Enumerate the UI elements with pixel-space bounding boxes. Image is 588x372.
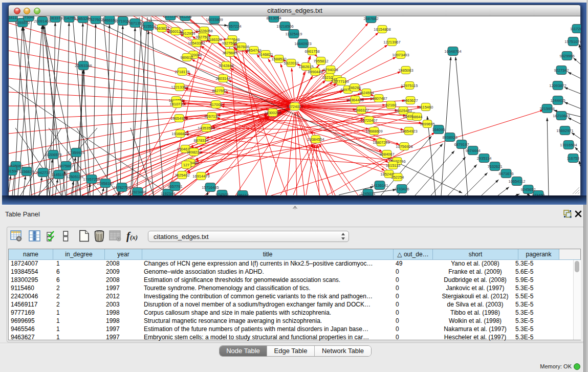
svg-text:7625402: 7625402 — [175, 173, 189, 178]
svg-text:19218506: 19218506 — [276, 24, 293, 29]
svg-text:12213369: 12213369 — [171, 85, 188, 90]
svg-text:19654925: 19654925 — [170, 116, 187, 121]
svg-text:8471676: 8471676 — [498, 171, 513, 176]
svg-text:8878334: 8878334 — [193, 138, 208, 143]
svg-text:1156829: 1156829 — [19, 169, 34, 174]
svg-text:15751074: 15751074 — [564, 39, 581, 44]
svg-text:9227342: 9227342 — [554, 68, 569, 73]
svg-text:10958107: 10958107 — [97, 181, 114, 186]
svg-text:116753: 116753 — [567, 156, 579, 161]
svg-text:11325419: 11325419 — [286, 32, 302, 36]
svg-text:23226058: 23226058 — [195, 29, 212, 33]
svg-text:974503: 974503 — [215, 192, 228, 196]
svg-text:19166829: 19166829 — [171, 132, 188, 136]
svg-text:7515524: 7515524 — [141, 24, 156, 29]
svg-text:18724007: 18724007 — [286, 104, 303, 109]
svg-text:7663822: 7663822 — [154, 26, 169, 31]
svg-text:10973493: 10973493 — [392, 53, 409, 57]
svg-text:841205: 841205 — [179, 16, 191, 19]
svg-text:8813054: 8813054 — [266, 16, 281, 20]
svg-text:7632621: 7632621 — [487, 164, 502, 169]
svg-text:16543382: 16543382 — [188, 41, 205, 46]
svg-text:1051233: 1051233 — [163, 16, 178, 18]
svg-text:973450: 973450 — [532, 193, 545, 196]
svg-text:9146821: 9146821 — [258, 52, 273, 57]
svg-text:164095: 164095 — [432, 127, 445, 132]
svg-text:834111: 834111 — [9, 16, 18, 20]
svg-text:746266: 746266 — [348, 85, 361, 90]
svg-text:8427552: 8427552 — [212, 89, 227, 93]
svg-text:8267130: 8267130 — [204, 114, 219, 119]
svg-text:20364436: 20364436 — [346, 98, 363, 102]
svg-text:3624554: 3624554 — [359, 91, 374, 95]
svg-text:18807249: 18807249 — [373, 140, 389, 145]
svg-text:9463627: 9463627 — [403, 98, 418, 103]
svg-text:391594: 391594 — [9, 169, 18, 173]
svg-text:1063379: 1063379 — [48, 16, 62, 20]
svg-text:5322037: 5322037 — [284, 61, 298, 65]
svg-text:9699695: 9699695 — [420, 122, 434, 126]
svg-text:18300295: 18300295 — [264, 111, 281, 115]
svg-text:1615112: 1615112 — [386, 163, 401, 168]
svg-text:8990448: 8990448 — [308, 70, 322, 74]
svg-text:16782759: 16782759 — [113, 185, 130, 190]
svg-text:7955812: 7955812 — [313, 59, 328, 63]
svg-text:16033809: 16033809 — [206, 17, 223, 22]
svg-text:989612: 989612 — [180, 55, 193, 60]
svg-text:273041: 273041 — [22, 16, 35, 19]
svg-text:19384554: 19384554 — [307, 137, 324, 142]
svg-text:7986322: 7986322 — [354, 108, 368, 113]
svg-text:127: 127 — [183, 163, 190, 167]
svg-text:16154808: 16154808 — [374, 27, 390, 32]
svg-text:2942737: 2942737 — [35, 170, 50, 175]
svg-text:8186328: 8186328 — [207, 37, 222, 42]
svg-text:16210643: 16210643 — [553, 114, 570, 118]
svg-text:2718176: 2718176 — [175, 70, 189, 74]
svg-text:13353594: 13353594 — [198, 126, 214, 130]
svg-text:1192344: 1192344 — [161, 191, 176, 196]
svg-text:1527602: 1527602 — [88, 17, 103, 22]
svg-text:1733426: 1733426 — [394, 187, 409, 191]
svg-text:1244415: 1244415 — [550, 98, 565, 103]
svg-text:15716485: 15716485 — [202, 185, 219, 190]
svg-text:8912954: 8912954 — [180, 31, 195, 36]
svg-text:16640923: 16640923 — [294, 41, 311, 46]
svg-text:12213967: 12213967 — [383, 40, 400, 45]
svg-text:836112: 836112 — [236, 193, 249, 196]
svg-text:62160: 62160 — [386, 103, 397, 107]
svg-text:15720407: 15720407 — [360, 118, 377, 123]
svg-text:10756928: 10756928 — [396, 144, 412, 149]
svg-text:6794028: 6794028 — [323, 68, 338, 72]
svg-text:1810733: 1810733 — [169, 102, 184, 106]
svg-text:9657791: 9657791 — [167, 184, 182, 189]
svg-text:10654112: 10654112 — [509, 179, 526, 184]
svg-text:2935114: 2935114 — [477, 156, 492, 161]
svg-text:9242848: 9242848 — [219, 63, 233, 68]
svg-text:9084067: 9084067 — [379, 152, 394, 157]
svg-text:17016504: 17016504 — [560, 143, 577, 147]
svg-text:7357224: 7357224 — [226, 24, 241, 29]
svg-text:2687682: 2687682 — [363, 16, 378, 21]
svg-text:10807487: 10807487 — [370, 96, 387, 101]
svg-text:98644: 98644 — [412, 115, 423, 119]
svg-text:252254: 252254 — [391, 175, 404, 180]
svg-text:9245652: 9245652 — [520, 187, 535, 192]
svg-text:10688609: 10688609 — [365, 129, 382, 134]
svg-text:2803144: 2803144 — [215, 76, 230, 81]
svg-text:1245031: 1245031 — [360, 191, 375, 196]
svg-text:9777169: 9777169 — [334, 79, 349, 84]
svg-text:3215958: 3215958 — [539, 106, 554, 111]
svg-text:14136141: 14136141 — [371, 183, 388, 188]
svg-text:12093872: 12093872 — [549, 83, 566, 88]
svg-text:3498222: 3498222 — [186, 150, 201, 155]
svg-text:15692971: 15692971 — [556, 128, 573, 133]
svg-text:19654923: 19654923 — [400, 129, 417, 134]
svg-text:314255: 314255 — [62, 16, 75, 20]
svg-text:12505135: 12505135 — [66, 174, 83, 179]
svg-text:20053346: 20053346 — [75, 63, 92, 68]
svg-text:9975867: 9975867 — [58, 164, 73, 168]
svg-text:7485063: 7485063 — [398, 68, 413, 73]
svg-text:417008: 417008 — [209, 102, 222, 107]
svg-text:20206576: 20206576 — [45, 152, 61, 157]
svg-text:16914479: 16914479 — [192, 174, 209, 179]
